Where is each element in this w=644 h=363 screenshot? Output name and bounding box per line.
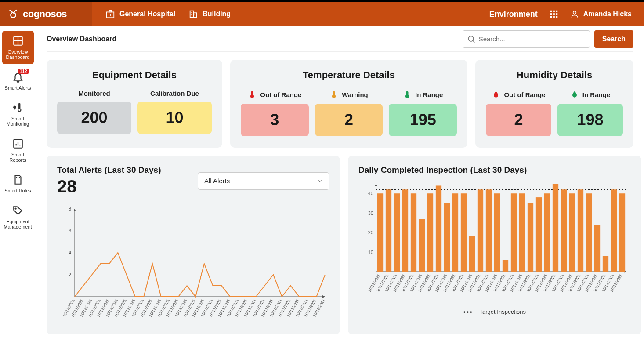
svg-rect-84 <box>569 193 575 272</box>
hospital-icon <box>105 9 115 19</box>
svg-rect-81 <box>544 193 550 272</box>
svg-text:20: 20 <box>368 230 373 235</box>
alerts-filter-dropdown[interactable]: All Alerts <box>198 172 329 190</box>
sidebar-label: Smart Monitoring <box>4 116 32 127</box>
svg-rect-66 <box>419 219 425 272</box>
card-title: Temperature Details <box>241 69 457 81</box>
alerts-line-chart: 246810/12/202110/12/202110/12/202110/12/… <box>57 204 329 323</box>
chart-legend: ••• Target Inspections <box>358 309 631 315</box>
sidebar-item-overview[interactable]: Overview Dashboard <box>2 31 34 64</box>
svg-text:2: 2 <box>69 272 71 277</box>
svg-rect-61 <box>377 193 383 272</box>
svg-rect-7 <box>550 13 552 15</box>
svg-rect-64 <box>402 189 408 272</box>
apps-grid-icon[interactable] <box>549 9 559 19</box>
stat-label: Out of Range <box>504 91 545 98</box>
svg-rect-71 <box>461 193 467 272</box>
environment-label[interactable]: Environment <box>489 10 538 19</box>
svg-rect-72 <box>469 236 475 272</box>
svg-rect-4 <box>550 11 552 12</box>
droplet-ok-icon <box>570 90 579 99</box>
card-title: Humidity Details <box>486 69 623 81</box>
user-name: Amanda Hicks <box>583 10 632 18</box>
tag-icon <box>12 205 24 216</box>
svg-rect-62 <box>386 189 391 272</box>
svg-rect-80 <box>536 197 542 272</box>
sidebar-label: Smart Reports <box>4 152 32 163</box>
sidebar-item-rules[interactable]: Smart Rules <box>2 170 34 198</box>
building-selector[interactable]: Building <box>188 9 231 19</box>
humidity-details-card: Humidity Details Out of Range 2 In Range <box>475 60 633 148</box>
svg-rect-69 <box>444 203 450 272</box>
svg-rect-87 <box>594 225 600 272</box>
svg-rect-86 <box>586 193 592 272</box>
search-button[interactable]: Search <box>594 30 633 48</box>
thermometer-ok-icon <box>403 90 412 99</box>
stat-label: Warning <box>342 91 368 98</box>
equipment-details-card: Equipment Details Monitored 200 Calibrat… <box>47 60 222 148</box>
sidebar-item-equipment[interactable]: Equipment Management <box>2 200 34 234</box>
stat-label: Out of Range <box>260 91 301 98</box>
svg-rect-76 <box>503 260 508 272</box>
search-icon <box>467 35 476 44</box>
sidebar-item-monitoring[interactable]: Smart Monitoring <box>2 98 34 131</box>
svg-text:40: 40 <box>368 191 373 196</box>
svg-rect-63 <box>394 193 400 272</box>
svg-point-17 <box>468 36 474 41</box>
svg-rect-90 <box>619 193 625 272</box>
main-content: Overview Dashboard Search Equipment Deta… <box>36 26 644 363</box>
svg-rect-83 <box>561 189 567 272</box>
svg-rect-82 <box>553 184 558 272</box>
bee-icon <box>7 8 19 20</box>
search-input[interactable] <box>463 30 590 48</box>
sidebar-label: Equipment Management <box>4 219 32 229</box>
stat-value-hum-in[interactable]: 198 <box>557 104 623 136</box>
building-icon <box>188 9 198 19</box>
sidebar-item-reports[interactable]: Smart Reports <box>2 134 34 167</box>
svg-rect-10 <box>550 16 552 18</box>
svg-rect-11 <box>553 16 555 18</box>
svg-text:30: 30 <box>368 211 373 216</box>
svg-rect-6 <box>556 11 557 12</box>
sidebar-item-alerts[interactable]: 112 Smart Alerts <box>2 67 34 95</box>
inspections-bar-chart: 1020304010/12/202110/12/202110/12/202110… <box>358 179 631 302</box>
sidebar-label: Smart Rules <box>4 188 31 193</box>
stat-label: In Range <box>415 91 443 98</box>
svg-rect-79 <box>528 203 533 272</box>
svg-point-16 <box>15 208 16 209</box>
svg-rect-9 <box>556 13 557 15</box>
stat-label: Calibration Due <box>150 90 199 97</box>
thermometer-alert-icon <box>248 90 257 99</box>
org-selector[interactable]: General Hospital <box>105 9 175 19</box>
svg-text:4: 4 <box>69 250 71 255</box>
org-label: General Hospital <box>119 10 175 18</box>
stat-value-calibration[interactable]: 10 <box>137 102 212 134</box>
total-alerts-chart-card: Total Alerts (Last 30 Days) 28 All Alert… <box>47 156 340 334</box>
svg-text:8: 8 <box>69 206 71 211</box>
chevron-down-icon <box>317 178 323 184</box>
svg-text:10: 10 <box>368 250 373 255</box>
stat-value-temp-warn[interactable]: 2 <box>315 104 383 136</box>
thermometer-warn-icon <box>329 90 338 99</box>
building-label: Building <box>203 10 231 18</box>
svg-rect-78 <box>519 193 525 272</box>
svg-rect-77 <box>511 193 517 272</box>
stat-label: In Range <box>582 91 610 98</box>
temperature-details-card: Temperature Details Out of Range 3 Warni… <box>230 60 467 148</box>
svg-rect-12 <box>556 16 557 18</box>
user-menu[interactable]: Amanda Hicks <box>570 10 632 18</box>
chart-title: Daily Completed Inspection (Last 30 Days… <box>358 165 631 175</box>
sidebar-label: Smart Alerts <box>5 85 31 91</box>
svg-rect-5 <box>553 11 555 12</box>
stat-value-temp-out[interactable]: 3 <box>241 104 309 136</box>
stat-value-monitored[interactable]: 200 <box>57 102 131 134</box>
svg-rect-88 <box>603 256 608 272</box>
inspections-chart-card: Daily Completed Inspection (Last 30 Days… <box>348 156 641 334</box>
stat-value-temp-in[interactable]: 195 <box>389 104 457 136</box>
stat-value-hum-out[interactable]: 2 <box>486 104 551 136</box>
alerts-total: 28 <box>57 177 161 196</box>
dashboard-icon <box>12 35 24 47</box>
svg-rect-65 <box>411 193 416 272</box>
brand-logo[interactable]: cognosos <box>0 2 92 26</box>
alert-badge: 112 <box>18 69 29 74</box>
